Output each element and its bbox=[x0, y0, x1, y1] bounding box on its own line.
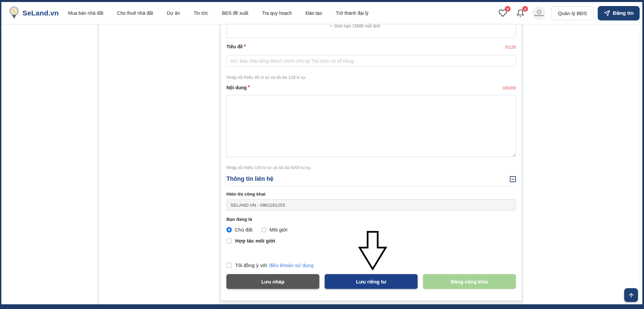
agree-checkbox-icon[interactable] bbox=[226, 263, 232, 268]
title-char-counter: 0/128 bbox=[505, 45, 516, 50]
radio-option-moi-gioi[interactable]: Môi giới bbox=[261, 227, 287, 233]
content-label: Nội dung* bbox=[226, 85, 250, 91]
radio-moi-gioi-label: Môi giới bbox=[270, 227, 287, 233]
content-char-counter: 0/5000 bbox=[502, 86, 516, 91]
title-helper-text: Nhập tối thiểu 40 kí tự và tối đa 128 kí… bbox=[226, 75, 516, 80]
terms-of-use-link[interactable]: điều khoản sử dụng bbox=[269, 262, 314, 268]
dang-tin-label: Đăng tin bbox=[613, 10, 634, 16]
left-sidebar-panel bbox=[1, 24, 97, 304]
title-label-text: Tiêu đề bbox=[226, 44, 243, 49]
save-private-button[interactable]: Lưu riêng tư bbox=[325, 274, 418, 289]
avatar[interactable]: S SeLand.vn bbox=[532, 6, 546, 20]
favorites-badge: 0 bbox=[505, 6, 511, 12]
section-divider bbox=[226, 186, 516, 186]
arrow-up-icon bbox=[627, 291, 635, 299]
dang-tin-button[interactable]: Đăng tin bbox=[598, 6, 640, 20]
logo-text: SeLand.vn bbox=[22, 9, 59, 17]
annotation-down-arrow bbox=[358, 231, 388, 270]
form-actions: Lưu nháp Lưu riêng tư Đăng công khai bbox=[226, 274, 516, 289]
save-draft-button[interactable]: Lưu nháp bbox=[226, 274, 319, 289]
avatar-logo-text: SeLand.vn bbox=[534, 14, 544, 16]
content-required-asterisk: * bbox=[248, 85, 250, 90]
nav-item-mua-ban[interactable]: Mua bán nhà đất bbox=[68, 10, 103, 16]
role-label: Bạn đang là bbox=[226, 217, 516, 222]
send-icon bbox=[604, 10, 610, 16]
content-helper-text: Nhập tối thiểu 100 kí tự và tối đa 5000 … bbox=[226, 165, 516, 170]
scroll-to-top-button[interactable] bbox=[624, 288, 638, 302]
upload-hint: • Giới hạn 15MB mỗi ảnh bbox=[330, 23, 380, 38]
image-upload-dropzone[interactable]: • Giới hạn 15MB mỗi ảnh bbox=[226, 24, 516, 38]
footer-strip bbox=[0, 304, 644, 309]
content-textarea[interactable] bbox=[226, 95, 516, 157]
nav-item-dao-tao[interactable]: Đào tạo bbox=[306, 10, 322, 16]
title-required-asterisk: * bbox=[244, 44, 246, 49]
logo-pin-icon: S bbox=[9, 6, 19, 20]
nav-item-bds-de-xuat[interactable]: BĐS đề xuất bbox=[222, 10, 249, 16]
publish-button[interactable]: Đăng công khai bbox=[423, 274, 516, 289]
nav-item-du-an[interactable]: Dự án bbox=[167, 10, 180, 16]
radio-selected-icon[interactable] bbox=[226, 227, 232, 233]
bullet-icon: • bbox=[330, 23, 332, 29]
title-input[interactable] bbox=[226, 55, 516, 67]
agree-text: Tôi đồng ý với bbox=[235, 262, 267, 268]
public-display-label: Hiển thị công khai bbox=[226, 192, 516, 197]
collapse-section-icon[interactable] bbox=[510, 176, 516, 182]
notifications-button[interactable]: 2 bbox=[516, 8, 525, 18]
nav-item-tra-quy-hoach[interactable]: Tra quy hoạch bbox=[262, 10, 292, 16]
logo[interactable]: S SeLand.vn bbox=[9, 6, 59, 20]
nav-item-cho-thue[interactable]: Cho thuê nhà đất bbox=[117, 10, 153, 16]
nav-menu: Mua bán nhà đất Cho thuê nhà đất Dự án T… bbox=[68, 10, 369, 16]
radio-unselected-icon[interactable] bbox=[261, 227, 267, 233]
post-form-card: • Giới hạn 15MB mỗi ảnh Tiêu đề* 0/128 N… bbox=[221, 24, 522, 300]
title-label: Tiêu đề* bbox=[226, 44, 246, 50]
nav-right-cluster: 0 2 S SeLand.vn Quản lý BĐS Đăng tin bbox=[498, 6, 640, 20]
top-navbar: S SeLand.vn Mua bán nhà đất Cho thuê nhà… bbox=[1, 2, 642, 24]
cooperate-checkbox-icon[interactable] bbox=[226, 238, 232, 244]
middle-panel bbox=[99, 24, 219, 304]
public-display-input[interactable] bbox=[226, 199, 516, 211]
avatar-logo-icon: S bbox=[537, 10, 541, 14]
radio-option-chu-dat[interactable]: Chủ đất bbox=[226, 227, 253, 233]
nav-item-tro-thanh-dai-ly[interactable]: Trở thành đại lý bbox=[336, 10, 368, 16]
notifications-badge: 2 bbox=[522, 6, 528, 12]
content-area: • Giới hạn 15MB mỗi ảnh Tiêu đề* 0/128 N… bbox=[1, 24, 642, 304]
svg-text:S: S bbox=[13, 9, 16, 14]
scrollbar-track[interactable] bbox=[640, 24, 642, 304]
contact-section-heading: Thông tin liên hệ bbox=[226, 175, 273, 183]
manage-bds-button[interactable]: Quản lý BĐS bbox=[551, 6, 594, 20]
right-panel bbox=[523, 24, 642, 304]
content-label-text: Nội dung bbox=[226, 85, 247, 90]
nav-item-tin-tuc[interactable]: Tin tức bbox=[194, 10, 208, 16]
cooperate-checkbox-label: Hợp tác môi giới bbox=[235, 238, 275, 244]
favorites-button[interactable]: 0 bbox=[498, 8, 507, 18]
upload-hint-text: Giới hạn 15MB mỗi ảnh bbox=[334, 23, 380, 29]
page: S SeLand.vn Mua bán nhà đất Cho thuê nhà… bbox=[0, 0, 644, 309]
radio-chu-dat-label: Chủ đất bbox=[235, 227, 253, 233]
